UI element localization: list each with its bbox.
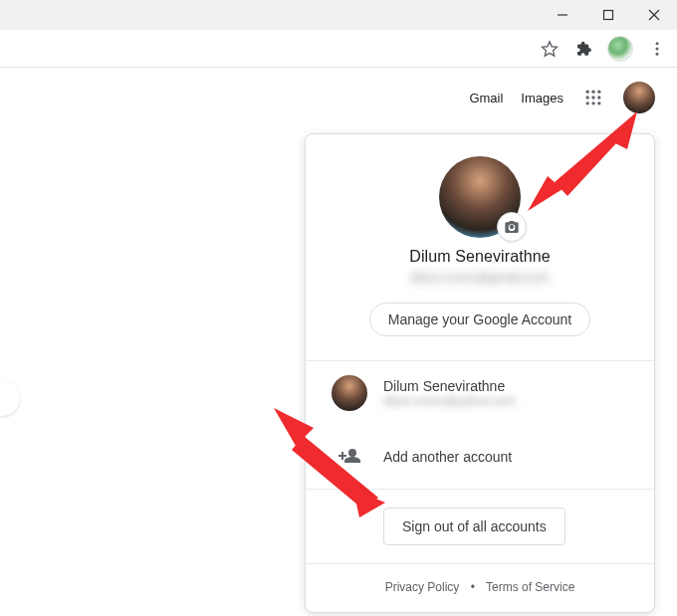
account-avatar-button[interactable] bbox=[623, 82, 655, 113]
account-popup-footer: Privacy Policy • Terms of Service bbox=[306, 564, 654, 612]
other-account-avatar bbox=[332, 375, 367, 411]
puzzle-icon bbox=[574, 40, 592, 58]
account-popup-header: Dilum Senevirathne dilum.xxxxx@gmail.com… bbox=[306, 134, 654, 360]
window-minimize-button[interactable] bbox=[540, 0, 585, 30]
extensions-button[interactable] bbox=[573, 39, 593, 59]
browser-toolbar bbox=[0, 30, 677, 68]
change-photo-button[interactable] bbox=[497, 212, 527, 242]
svg-point-16 bbox=[591, 102, 594, 104]
minimize-icon bbox=[557, 9, 568, 21]
person-add-icon bbox=[338, 445, 361, 469]
svg-point-9 bbox=[586, 91, 589, 94]
window-close-button[interactable] bbox=[631, 0, 677, 30]
account-avatar-large-wrap bbox=[439, 156, 521, 238]
svg-rect-1 bbox=[604, 11, 613, 20]
svg-point-7 bbox=[656, 47, 659, 50]
other-account-name: Dilum Senevirathne bbox=[383, 378, 516, 394]
svg-point-8 bbox=[656, 52, 659, 55]
svg-point-14 bbox=[597, 96, 600, 99]
other-account-texts: Dilum Senevirathne dilum.xxxxx@yahoo.com bbox=[383, 378, 516, 408]
svg-point-6 bbox=[656, 42, 659, 45]
decorative-circle bbox=[0, 380, 20, 416]
account-popup: Dilum Senevirathne dilum.xxxxx@gmail.com… bbox=[305, 133, 655, 613]
close-icon bbox=[648, 9, 660, 21]
camera-icon bbox=[504, 219, 520, 235]
svg-point-15 bbox=[586, 102, 589, 104]
images-link[interactable]: Images bbox=[521, 91, 564, 105]
svg-point-11 bbox=[597, 91, 600, 94]
add-person-icon-wrap bbox=[332, 439, 367, 475]
browser-profile-avatar[interactable] bbox=[607, 36, 633, 62]
account-display-name: Dilum Senevirathne bbox=[334, 248, 626, 266]
add-account-row[interactable]: Add another account bbox=[306, 425, 654, 489]
browser-menu-button[interactable] bbox=[647, 39, 667, 59]
bookmark-star-button[interactable] bbox=[540, 39, 560, 59]
google-apps-button[interactable] bbox=[581, 86, 605, 109]
window-titlebar bbox=[0, 0, 677, 30]
terms-of-service-link[interactable]: Terms of Service bbox=[486, 580, 574, 594]
other-account-row[interactable]: Dilum Senevirathne dilum.xxxxx@yahoo.com bbox=[306, 361, 654, 425]
account-primary-email: dilum.xxxxx@gmail.com bbox=[334, 270, 626, 285]
svg-point-12 bbox=[586, 96, 589, 99]
other-account-email: dilum.xxxxx@yahoo.com bbox=[383, 394, 516, 408]
google-header: Gmail Images bbox=[0, 68, 677, 127]
signout-section: Sign out of all accounts bbox=[306, 490, 654, 563]
footer-separator: • bbox=[471, 580, 475, 594]
svg-point-17 bbox=[597, 102, 600, 104]
sign-out-all-button[interactable]: Sign out of all accounts bbox=[383, 508, 565, 545]
privacy-policy-link[interactable]: Privacy Policy bbox=[385, 580, 460, 594]
apps-grid-icon bbox=[583, 88, 603, 107]
add-account-label: Add another account bbox=[383, 449, 512, 465]
maximize-icon bbox=[602, 9, 614, 21]
kebab-menu-icon bbox=[648, 40, 666, 58]
svg-marker-5 bbox=[543, 41, 558, 55]
svg-point-13 bbox=[591, 96, 594, 99]
svg-point-10 bbox=[591, 91, 594, 94]
gmail-link[interactable]: Gmail bbox=[469, 91, 503, 105]
star-icon bbox=[541, 40, 559, 58]
manage-account-button[interactable]: Manage your Google Account bbox=[369, 303, 590, 336]
window-maximize-button[interactable] bbox=[585, 0, 631, 30]
